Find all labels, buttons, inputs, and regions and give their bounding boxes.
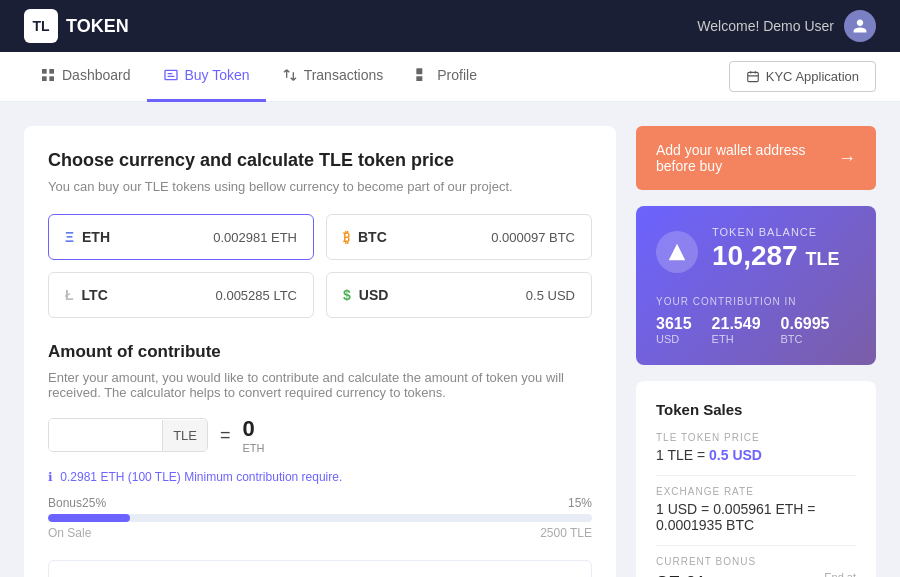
contribute-input[interactable] xyxy=(49,419,162,451)
end-label: End at xyxy=(824,571,856,577)
progress-labels: On Sale 2500 TLE xyxy=(48,526,592,540)
nav-dashboard[interactable]: Dashboard xyxy=(24,52,147,102)
currency-ltc[interactable]: Ł LTC 0.005285 LTC xyxy=(48,272,314,318)
usd-icon: $ xyxy=(343,287,351,303)
nav-buy-token[interactable]: Buy Token xyxy=(147,52,266,102)
currency-usd[interactable]: $ USD 0.5 USD xyxy=(326,272,592,318)
wallet-button-label: Add your wallet address before buy xyxy=(656,142,838,174)
bonus-field-label: CURRENT BONUS xyxy=(656,556,856,567)
kyc-button[interactable]: KYC Application xyxy=(729,61,876,92)
contrib-btc: 0.6995 BTC xyxy=(781,315,830,345)
min-contrib-text: 0.2981 ETH (100 TLE) Minimum contributio… xyxy=(60,470,342,484)
btc-value: 0.000097 BTC xyxy=(491,230,575,245)
token-balance-label: TOKEN BALANCE xyxy=(712,226,839,238)
eth-left: Ξ ETH xyxy=(65,229,110,245)
ts-divider-2 xyxy=(656,545,856,546)
bonus-row: 25 % End at 06 May, 2019 xyxy=(656,571,856,577)
btc-icon: ₿ xyxy=(343,229,350,245)
header: TL TOKEN Welcome! Demo User xyxy=(0,0,900,52)
logo: TL TOKEN xyxy=(24,9,129,43)
svg-rect-5 xyxy=(748,72,759,81)
progress-bar-fill xyxy=(48,514,130,522)
currency-eth[interactable]: Ξ ETH 0.002981 ETH xyxy=(48,214,314,260)
logo-icon: TL xyxy=(24,9,58,43)
nav-buy-token-label: Buy Token xyxy=(185,67,250,83)
result-value: 0 xyxy=(243,416,255,442)
exchange-label: EXCHANGE RATE xyxy=(656,486,856,497)
eth-icon: Ξ xyxy=(65,229,74,245)
progress-bar xyxy=(48,514,592,522)
kyc-button-label: KYC Application xyxy=(766,69,859,84)
contrib-eth: 21.549 ETH xyxy=(712,315,761,345)
progress-amount: 2500 TLE xyxy=(540,526,592,540)
card-title: Choose currency and calculate TLE token … xyxy=(48,150,592,171)
svg-marker-6 xyxy=(669,244,686,261)
nav-profile-label: Profile xyxy=(437,67,477,83)
contrib-usd-unit: USD xyxy=(656,333,692,345)
btc-left: ₿ BTC xyxy=(343,229,387,245)
nav-profile[interactable]: Profile xyxy=(399,52,493,102)
bonus-table: + SALE BONUS 25% 0 + AMOUNT BONUS 0 TOTA… xyxy=(48,560,592,577)
contrib-usd: 3615 USD xyxy=(656,315,692,345)
nav-dashboard-label: Dashboard xyxy=(62,67,131,83)
bonus-table-row: + SALE BONUS 25% 0 + AMOUNT BONUS 0 TOTA… xyxy=(49,561,591,577)
tle-price-label: TLE TOKEN PRICE xyxy=(656,432,856,443)
contribution-values: 3615 USD 21.549 ETH 0.6995 BTC xyxy=(656,315,856,345)
exchange-value: 1 USD = 0.005961 ETH = 0.0001935 BTC xyxy=(656,501,856,533)
sale-bonus-cell: + SALE BONUS 25% 0 xyxy=(49,561,230,577)
contrib-btc-unit: BTC xyxy=(781,333,830,345)
svg-rect-3 xyxy=(49,76,54,81)
bonus-label: Bonus xyxy=(48,496,82,510)
card-subtitle: You can buy our TLE tokens using bellow … xyxy=(48,179,592,194)
ltc-left: Ł LTC xyxy=(65,287,108,303)
avatar[interactable] xyxy=(844,10,876,42)
bonus-percent: 25% xyxy=(82,496,106,510)
contrib-btc-val: 0.6995 xyxy=(781,315,830,333)
btc-label: BTC xyxy=(358,229,387,245)
contribute-input-wrap: TLE xyxy=(48,418,208,452)
ltc-label: LTC xyxy=(82,287,108,303)
end-date: End at 06 May, 2019 xyxy=(790,571,856,577)
total-tle-cell: TOTAL TLE 0 xyxy=(410,561,591,577)
currency-grid: Ξ ETH 0.002981 ETH ₿ BTC 0.000097 BTC Ł xyxy=(48,214,592,318)
currency-btc[interactable]: ₿ BTC 0.000097 BTC xyxy=(326,214,592,260)
min-contrib-note: ℹ 0.2981 ETH (100 TLE) Minimum contribut… xyxy=(48,470,592,484)
token-balance-icon xyxy=(656,231,698,273)
ltc-icon: Ł xyxy=(65,287,74,303)
transactions-icon xyxy=(282,67,298,83)
tle-price-value: 1 TLE = 0.5 USD xyxy=(656,447,856,463)
input-tag: TLE xyxy=(162,420,207,451)
header-user: Welcome! Demo User xyxy=(697,10,876,42)
token-balance-value: 10,287 TLE xyxy=(712,240,839,272)
contribute-subtitle: Enter your amount, you would like to con… xyxy=(48,370,592,400)
token-balance-info: TOKEN BALANCE 10,287 TLE xyxy=(712,226,839,286)
current-bonus-field: CURRENT BONUS 25 % End at 06 May, 2019 xyxy=(656,556,856,577)
dashboard-icon xyxy=(40,67,56,83)
contrib-eth-val: 21.549 xyxy=(712,315,761,333)
contribute-title: Amount of contribute xyxy=(48,342,592,362)
progress-row: Bonus 25% 15% xyxy=(48,496,592,510)
exchange-rate-field: EXCHANGE RATE 1 USD = 0.005961 ETH = 0.0… xyxy=(656,486,856,533)
profile-icon xyxy=(415,67,431,83)
nav-transactions-label: Transactions xyxy=(304,67,384,83)
bonus-value: 25 % xyxy=(656,571,706,577)
token-balance-card: TOKEN BALANCE 10,287 TLE YOUR CONTRIBUTI… xyxy=(636,206,876,365)
svg-rect-2 xyxy=(42,76,47,81)
contrib-eth-unit: ETH xyxy=(712,333,761,345)
on-sale-label: On Sale xyxy=(48,526,91,540)
navigation: Dashboard Buy Token Transactions Profile… xyxy=(0,52,900,102)
nav-transactions[interactable]: Transactions xyxy=(266,52,400,102)
token-sales-title: Token Sales xyxy=(656,401,856,418)
svg-rect-1 xyxy=(49,69,54,74)
logo-text: TOKEN xyxy=(66,16,129,37)
eth-value: 0.002981 ETH xyxy=(213,230,297,245)
amount-bonus-cell: + AMOUNT BONUS 0 xyxy=(230,561,411,577)
ltc-value: 0.005285 LTC xyxy=(216,288,297,303)
wallet-button[interactable]: Add your wallet address before buy → xyxy=(636,126,876,190)
usd-value: 0.5 USD xyxy=(526,288,575,303)
buy-token-icon xyxy=(163,67,179,83)
usd-left: $ USD xyxy=(343,287,388,303)
svg-rect-0 xyxy=(42,69,47,74)
equals-sign: = xyxy=(220,425,231,446)
usd-label: USD xyxy=(359,287,389,303)
